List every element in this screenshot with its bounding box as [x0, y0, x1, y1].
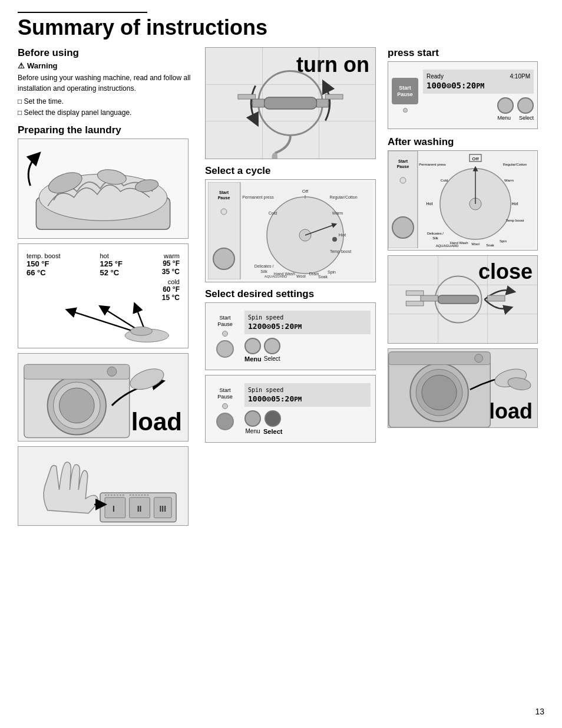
before-using-body: Before using your washing machine, read …	[18, 73, 194, 94]
start-labels: Menu Select	[423, 115, 534, 121]
panel2-btn2-group: Select	[263, 410, 282, 435]
select-settings-section: Select desired settings StartPause Spin …	[205, 288, 378, 443]
start-pause-button[interactable]: StartPause	[392, 78, 418, 104]
list-item: Select the display panel language.	[18, 107, 194, 118]
panel2-main-button[interactable]	[216, 413, 234, 430]
temp-boost-c: 66 °C	[27, 268, 60, 277]
panel2-btn2-label: Select	[263, 428, 282, 435]
svg-text:III: III	[160, 504, 167, 513]
svg-rect-100	[406, 291, 424, 295]
cold-f: 60 °F	[162, 285, 180, 294]
svg-rect-98	[421, 295, 438, 301]
start-circle-2[interactable]	[517, 97, 534, 114]
svg-point-69	[392, 217, 414, 238]
svg-text:AQUAGUARD: AQUAGUARD	[436, 244, 459, 248]
start-btn-area: StartPause	[392, 78, 418, 113]
hot-f: 125 °F	[100, 259, 122, 268]
panel1-display-time: 1200⊙05:20PM	[248, 322, 367, 331]
time-display: 4:10PM	[510, 73, 530, 80]
temp-header: temp. boost 150 °F 66 °C hot 125 °F 52 °…	[27, 252, 180, 302]
panel1-main-button[interactable]	[216, 340, 234, 358]
cycle-image: Start Pause Off Regular/Cot	[205, 179, 376, 282]
temp-diagram: temp. boost 150 °F 66 °C hot 125 °F 52 °…	[23, 249, 183, 343]
panel2-display-area: Spin speed 1000⊙05:20PM Menu Select	[244, 383, 371, 435]
warning-icon: ⚠	[18, 61, 25, 70]
after-washing-section: After washing Start Pause Off	[388, 136, 548, 251]
load-image: load	[18, 353, 189, 442]
after-cycle-svg: Start Pause Off Permanent press Regular/…	[388, 151, 535, 248]
svg-text:Drain: Drain	[309, 272, 319, 276]
svg-text:Delicates /: Delicates /	[254, 264, 274, 268]
svg-text:Permanent press: Permanent press	[242, 195, 274, 200]
panel1-buttons: Menu Select	[244, 338, 371, 363]
select-cycle-title: Select a cycle	[205, 165, 378, 177]
detergent-svg: I II III	[18, 446, 188, 525]
detergent-image: I II III	[18, 446, 189, 526]
list-item: Set the time.	[18, 96, 194, 107]
svg-text:Pause: Pause	[218, 196, 230, 200]
unload-image: unload	[388, 348, 538, 428]
start-circle-1[interactable]	[497, 97, 514, 114]
panel2-btn2[interactable]	[265, 410, 281, 427]
svg-text:Cold: Cold	[441, 179, 448, 182]
svg-rect-33	[253, 99, 265, 107]
svg-text:AQUAGUARD: AQUAGUARD	[265, 275, 287, 278]
warning-line: ⚠ Warning	[18, 61, 194, 70]
svg-point-41	[213, 248, 234, 269]
svg-text:Start: Start	[219, 190, 229, 195]
svg-rect-99	[487, 295, 505, 301]
close-svg	[388, 256, 537, 343]
arrows-area	[27, 304, 180, 340]
svg-rect-34	[317, 99, 329, 107]
settings-panel-1: StartPause Spin speed 1200⊙05:20PM Menu	[205, 302, 376, 370]
panel2-indicator	[222, 403, 228, 409]
svg-point-68	[400, 177, 406, 183]
panel1-btn2-label: Select	[264, 355, 280, 362]
start-display-content: Ready 4:10PM 1000⊙05:20PM	[423, 70, 534, 94]
laundry-image	[18, 139, 189, 239]
panel1-btn1[interactable]	[244, 338, 261, 354]
right-column: press start StartPause Ready 4:10PM 1000…	[383, 47, 548, 526]
panel1-display-title: Spin speed	[248, 314, 367, 321]
panel1-btn2-group: Select	[264, 338, 280, 363]
svg-point-40	[221, 209, 227, 215]
svg-text:Wool: Wool	[471, 242, 480, 246]
select-label: Select	[519, 115, 534, 121]
svg-text:Temp boost: Temp boost	[505, 219, 524, 222]
hot-c: 52 °C	[100, 268, 122, 277]
svg-rect-97	[438, 295, 479, 304]
svg-text:Pause: Pause	[397, 164, 409, 169]
panel1-btn2[interactable]	[264, 338, 280, 354]
temp-boost-f: 150 °F	[27, 259, 60, 268]
warm-col: warm 95 °F 35 °C cold 60 °F 15 °C	[162, 252, 180, 302]
svg-text:Soak: Soak	[486, 243, 495, 247]
panel1-display: Spin speed 1200⊙05:20PM	[244, 311, 371, 334]
warm-f: 95 °F	[162, 259, 180, 268]
start-time-large: 1000⊙05:20PM	[427, 81, 530, 90]
svg-text:Hot: Hot	[339, 232, 346, 238]
svg-point-13	[59, 388, 95, 423]
svg-point-14	[127, 365, 166, 393]
svg-point-109	[475, 354, 483, 363]
svg-text:Cold: Cold	[269, 211, 277, 215]
cycle-dial-svg: Start Pause Off Regular/Cot	[208, 182, 373, 279]
preparing-laundry-title: Preparing the laundry	[18, 124, 194, 136]
load-label: load	[131, 408, 182, 436]
svg-text:Spin: Spin	[328, 270, 336, 275]
panel1-display-area: Spin speed 1200⊙05:20PM Menu Select	[244, 311, 371, 363]
ready-status: Ready	[427, 73, 444, 80]
panel1-left: StartPause	[210, 315, 240, 358]
svg-rect-35	[238, 94, 256, 99]
after-washing-title: After washing	[388, 136, 548, 148]
panel2-display-time: 1000⊙05:20PM	[248, 394, 367, 403]
cold-c: 15 °C	[162, 294, 180, 302]
page-number: 13	[535, 707, 544, 716]
svg-rect-101	[406, 301, 424, 306]
svg-text:Silk: Silk	[432, 236, 439, 240]
start-panel: StartPause Ready 4:10PM 1000⊙05:20PM	[388, 61, 538, 129]
panel2-btn1[interactable]	[244, 410, 261, 427]
faucet-svg	[206, 48, 375, 159]
svg-text:I: I	[113, 504, 115, 513]
start-circle-row	[423, 97, 534, 114]
laundry-svg	[18, 139, 188, 238]
